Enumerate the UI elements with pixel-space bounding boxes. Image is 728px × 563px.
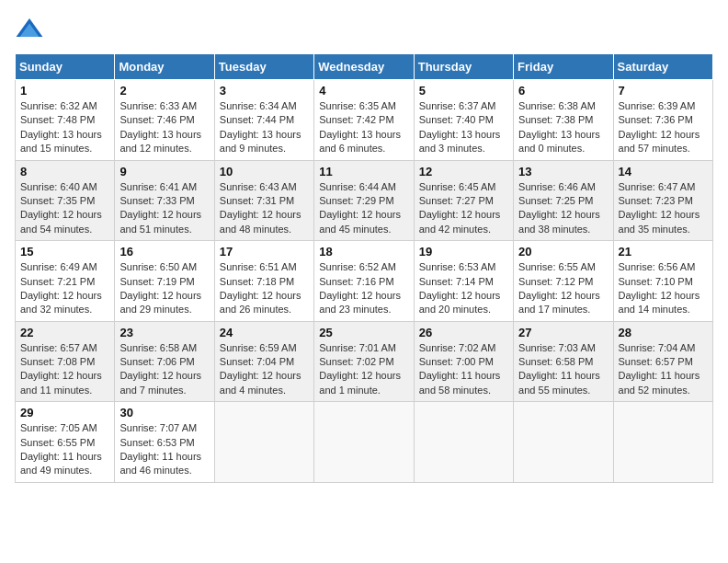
day-number: 7	[619, 84, 708, 98]
calendar-cell: 15Sunrise: 6:49 AM Sunset: 7:21 PM Dayli…	[16, 241, 115, 322]
calendar-cell	[514, 402, 613, 483]
header-cell-friday: Friday	[514, 54, 613, 80]
day-number: 20	[518, 245, 608, 259]
calendar-cell: 25Sunrise: 7:01 AM Sunset: 7:02 PM Dayli…	[314, 321, 414, 402]
calendar-row: 22Sunrise: 6:57 AM Sunset: 7:08 PM Dayli…	[16, 321, 713, 402]
calendar-body: 1Sunrise: 6:32 AM Sunset: 7:48 PM Daylig…	[16, 80, 713, 483]
day-number: 5	[419, 84, 508, 98]
calendar-cell	[314, 402, 414, 483]
calendar-cell: 9Sunrise: 6:41 AM Sunset: 7:33 PM Daylig…	[115, 160, 214, 241]
calendar-table: SundayMondayTuesdayWednesdayThursdayFrid…	[15, 53, 713, 483]
day-number: 22	[20, 326, 109, 339]
day-info: Sunrise: 6:41 AM Sunset: 7:33 PM Dayligh…	[119, 180, 209, 237]
calendar-cell: 19Sunrise: 6:53 AM Sunset: 7:14 PM Dayli…	[414, 241, 513, 322]
calendar-cell: 1Sunrise: 6:32 AM Sunset: 7:48 PM Daylig…	[16, 80, 115, 161]
calendar-cell	[214, 402, 313, 483]
calendar-cell: 30Sunrise: 7:07 AM Sunset: 6:53 PM Dayli…	[115, 402, 214, 483]
day-info: Sunrise: 7:07 AM Sunset: 6:53 PM Dayligh…	[119, 421, 209, 478]
day-info: Sunrise: 6:32 AM Sunset: 7:48 PM Dayligh…	[20, 99, 109, 156]
header-cell-saturday: Saturday	[613, 54, 712, 80]
day-info: Sunrise: 6:52 AM Sunset: 7:16 PM Dayligh…	[319, 260, 408, 317]
calendar-cell: 12Sunrise: 6:45 AM Sunset: 7:27 PM Dayli…	[414, 160, 513, 241]
logo	[15, 15, 48, 44]
day-info: Sunrise: 6:38 AM Sunset: 7:38 PM Dayligh…	[518, 99, 608, 156]
calendar-cell: 11Sunrise: 6:44 AM Sunset: 7:29 PM Dayli…	[314, 160, 414, 241]
day-number: 13	[518, 165, 608, 178]
day-number: 6	[518, 84, 608, 98]
header-cell-monday: Monday	[115, 54, 214, 80]
calendar-cell: 27Sunrise: 7:03 AM Sunset: 6:58 PM Dayli…	[514, 321, 613, 402]
day-number: 8	[20, 165, 109, 178]
day-number: 9	[119, 165, 209, 178]
day-info: Sunrise: 6:45 AM Sunset: 7:27 PM Dayligh…	[419, 180, 508, 237]
calendar-row: 1Sunrise: 6:32 AM Sunset: 7:48 PM Daylig…	[16, 80, 713, 161]
day-info: Sunrise: 6:44 AM Sunset: 7:29 PM Dayligh…	[319, 180, 408, 237]
calendar-cell: 5Sunrise: 6:37 AM Sunset: 7:40 PM Daylig…	[414, 80, 513, 161]
day-number: 30	[119, 406, 209, 419]
header-cell-sunday: Sunday	[16, 54, 115, 80]
day-number: 26	[419, 326, 508, 339]
calendar-header: SundayMondayTuesdayWednesdayThursdayFrid…	[16, 54, 713, 80]
day-number: 25	[319, 326, 408, 339]
day-number: 18	[319, 245, 408, 259]
calendar-cell: 17Sunrise: 6:51 AM Sunset: 7:18 PM Dayli…	[214, 241, 313, 322]
calendar-cell: 23Sunrise: 6:58 AM Sunset: 7:06 PM Dayli…	[115, 321, 214, 402]
day-number: 29	[20, 406, 109, 419]
calendar-cell: 22Sunrise: 6:57 AM Sunset: 7:08 PM Dayli…	[16, 321, 115, 402]
calendar-cell: 14Sunrise: 6:47 AM Sunset: 7:23 PM Dayli…	[613, 160, 712, 241]
day-info: Sunrise: 6:59 AM Sunset: 7:04 PM Dayligh…	[220, 341, 309, 398]
calendar-cell: 3Sunrise: 6:34 AM Sunset: 7:44 PM Daylig…	[214, 80, 313, 161]
day-number: 24	[220, 326, 309, 339]
header-cell-tuesday: Tuesday	[214, 54, 313, 80]
day-info: Sunrise: 6:53 AM Sunset: 7:14 PM Dayligh…	[419, 260, 508, 317]
day-number: 16	[119, 245, 209, 259]
day-info: Sunrise: 6:43 AM Sunset: 7:31 PM Dayligh…	[220, 180, 309, 237]
day-info: Sunrise: 6:47 AM Sunset: 7:23 PM Dayligh…	[619, 180, 708, 237]
day-info: Sunrise: 6:55 AM Sunset: 7:12 PM Dayligh…	[518, 260, 608, 317]
day-info: Sunrise: 7:04 AM Sunset: 6:57 PM Dayligh…	[619, 341, 708, 398]
calendar-cell: 29Sunrise: 7:05 AM Sunset: 6:55 PM Dayli…	[16, 402, 115, 483]
day-number: 14	[619, 165, 708, 178]
day-number: 27	[518, 326, 608, 339]
calendar-cell: 13Sunrise: 6:46 AM Sunset: 7:25 PM Dayli…	[514, 160, 613, 241]
day-number: 21	[619, 245, 708, 259]
day-info: Sunrise: 6:56 AM Sunset: 7:10 PM Dayligh…	[619, 260, 708, 317]
day-number: 1	[20, 84, 109, 98]
calendar-cell: 6Sunrise: 6:38 AM Sunset: 7:38 PM Daylig…	[514, 80, 613, 161]
calendar-row: 8Sunrise: 6:40 AM Sunset: 7:35 PM Daylig…	[16, 160, 713, 241]
day-info: Sunrise: 6:33 AM Sunset: 7:46 PM Dayligh…	[119, 99, 209, 156]
day-number: 23	[119, 326, 209, 339]
day-info: Sunrise: 7:03 AM Sunset: 6:58 PM Dayligh…	[518, 341, 608, 398]
calendar-cell: 20Sunrise: 6:55 AM Sunset: 7:12 PM Dayli…	[514, 241, 613, 322]
day-number: 3	[220, 84, 309, 98]
calendar-cell: 21Sunrise: 6:56 AM Sunset: 7:10 PM Dayli…	[613, 241, 712, 322]
day-number: 4	[319, 84, 408, 98]
calendar-row: 15Sunrise: 6:49 AM Sunset: 7:21 PM Dayli…	[16, 241, 713, 322]
calendar-cell: 7Sunrise: 6:39 AM Sunset: 7:36 PM Daylig…	[613, 80, 712, 161]
day-info: Sunrise: 6:50 AM Sunset: 7:19 PM Dayligh…	[119, 260, 209, 317]
calendar-cell: 2Sunrise: 6:33 AM Sunset: 7:46 PM Daylig…	[115, 80, 214, 161]
day-number: 11	[319, 165, 408, 178]
calendar-cell	[414, 402, 513, 483]
day-info: Sunrise: 6:51 AM Sunset: 7:18 PM Dayligh…	[220, 260, 309, 317]
day-number: 2	[119, 84, 209, 98]
day-info: Sunrise: 6:40 AM Sunset: 7:35 PM Dayligh…	[20, 180, 109, 237]
calendar-cell: 4Sunrise: 6:35 AM Sunset: 7:42 PM Daylig…	[314, 80, 414, 161]
calendar-cell: 10Sunrise: 6:43 AM Sunset: 7:31 PM Dayli…	[214, 160, 313, 241]
day-info: Sunrise: 6:35 AM Sunset: 7:42 PM Dayligh…	[319, 99, 408, 156]
calendar-cell	[613, 402, 712, 483]
calendar-cell: 28Sunrise: 7:04 AM Sunset: 6:57 PM Dayli…	[613, 321, 712, 402]
day-number: 28	[619, 326, 708, 339]
day-info: Sunrise: 7:02 AM Sunset: 7:00 PM Dayligh…	[419, 341, 508, 398]
day-info: Sunrise: 6:34 AM Sunset: 7:44 PM Dayligh…	[220, 99, 309, 156]
calendar-cell: 26Sunrise: 7:02 AM Sunset: 7:00 PM Dayli…	[414, 321, 513, 402]
calendar-row: 29Sunrise: 7:05 AM Sunset: 6:55 PM Dayli…	[16, 402, 713, 483]
day-info: Sunrise: 6:46 AM Sunset: 7:25 PM Dayligh…	[518, 180, 608, 237]
day-info: Sunrise: 6:39 AM Sunset: 7:36 PM Dayligh…	[619, 99, 708, 156]
day-info: Sunrise: 6:37 AM Sunset: 7:40 PM Dayligh…	[419, 99, 508, 156]
logo-icon	[15, 15, 44, 44]
calendar-cell: 18Sunrise: 6:52 AM Sunset: 7:16 PM Dayli…	[314, 241, 414, 322]
calendar-cell: 8Sunrise: 6:40 AM Sunset: 7:35 PM Daylig…	[16, 160, 115, 241]
day-info: Sunrise: 6:57 AM Sunset: 7:08 PM Dayligh…	[20, 341, 109, 398]
day-number: 10	[220, 165, 309, 178]
